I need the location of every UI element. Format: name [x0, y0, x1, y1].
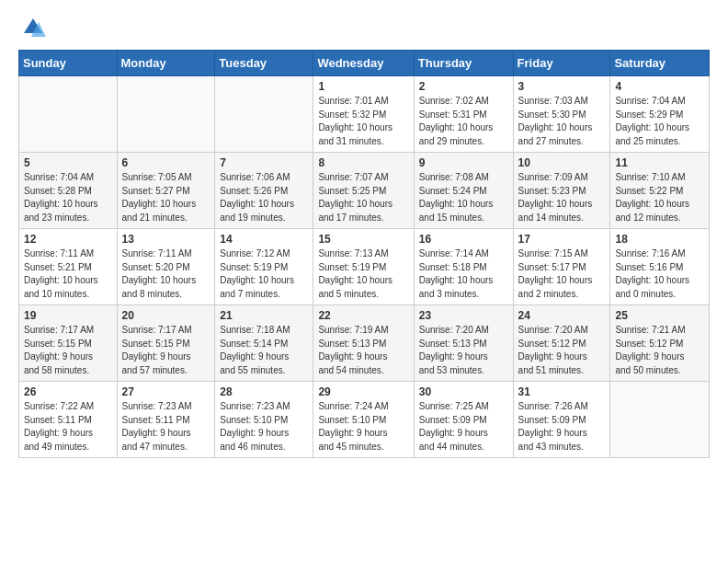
day-info: Sunrise: 7:01 AM Sunset: 5:32 PM Dayligh…	[318, 95, 408, 148]
day-info: Sunrise: 7:25 AM Sunset: 5:09 PM Dayligh…	[419, 400, 508, 454]
week-row-3: 19Sunrise: 7:17 AM Sunset: 5:15 PM Dayli…	[19, 305, 710, 382]
calendar-cell	[215, 76, 313, 153]
week-row-0: 1Sunrise: 7:01 AM Sunset: 5:32 PM Daylig…	[19, 76, 710, 153]
calendar-cell: 8Sunrise: 7:07 AM Sunset: 5:25 PM Daylig…	[313, 153, 414, 229]
calendar-cell: 21Sunrise: 7:18 AM Sunset: 5:14 PM Dayli…	[215, 305, 313, 382]
day-info: Sunrise: 7:26 AM Sunset: 5:09 PM Dayligh…	[518, 400, 606, 454]
week-row-4: 26Sunrise: 7:22 AM Sunset: 5:11 PM Dayli…	[19, 382, 710, 458]
calendar-cell: 12Sunrise: 7:11 AM Sunset: 5:21 PM Dayli…	[19, 229, 118, 305]
calendar-table: SundayMondayTuesdayWednesdayThursdayFrid…	[18, 50, 710, 458]
calendar-cell: 2Sunrise: 7:02 AM Sunset: 5:31 PM Daylig…	[414, 76, 513, 153]
calendar-cell: 10Sunrise: 7:09 AM Sunset: 5:23 PM Dayli…	[513, 153, 610, 229]
day-number: 29	[318, 385, 408, 398]
day-info: Sunrise: 7:04 AM Sunset: 5:29 PM Dayligh…	[615, 95, 704, 148]
calendar-cell: 20Sunrise: 7:17 AM Sunset: 5:15 PM Dayli…	[117, 305, 215, 382]
day-info: Sunrise: 7:19 AM Sunset: 5:13 PM Dayligh…	[318, 324, 408, 377]
day-info: Sunrise: 7:06 AM Sunset: 5:26 PM Dayligh…	[220, 171, 308, 224]
day-number: 30	[419, 385, 508, 398]
day-info: Sunrise: 7:22 AM Sunset: 5:11 PM Dayligh…	[24, 400, 112, 454]
day-number: 18	[615, 233, 704, 246]
calendar-cell: 30Sunrise: 7:25 AM Sunset: 5:09 PM Dayli…	[414, 382, 513, 458]
day-info: Sunrise: 7:15 AM Sunset: 5:17 PM Dayligh…	[518, 247, 606, 301]
calendar-cell: 6Sunrise: 7:05 AM Sunset: 5:27 PM Daylig…	[117, 153, 215, 229]
day-info: Sunrise: 7:11 AM Sunset: 5:21 PM Dayligh…	[24, 247, 112, 301]
calendar-cell: 16Sunrise: 7:14 AM Sunset: 5:18 PM Dayli…	[414, 229, 513, 305]
day-number: 5	[24, 156, 112, 169]
day-info: Sunrise: 7:18 AM Sunset: 5:14 PM Dayligh…	[220, 324, 308, 377]
day-number: 6	[122, 156, 210, 169]
day-number: 27	[122, 385, 210, 398]
logo	[18, 15, 46, 40]
day-info: Sunrise: 7:23 AM Sunset: 5:10 PM Dayligh…	[220, 400, 308, 454]
day-info: Sunrise: 7:16 AM Sunset: 5:16 PM Dayligh…	[615, 247, 704, 301]
calendar-header-row: SundayMondayTuesdayWednesdayThursdayFrid…	[19, 51, 710, 76]
day-info: Sunrise: 7:17 AM Sunset: 5:15 PM Dayligh…	[24, 324, 112, 377]
day-info: Sunrise: 7:20 AM Sunset: 5:13 PM Dayligh…	[419, 324, 508, 377]
calendar-cell: 15Sunrise: 7:13 AM Sunset: 5:19 PM Dayli…	[313, 229, 414, 305]
header-saturday: Saturday	[610, 51, 710, 76]
calendar-cell: 14Sunrise: 7:12 AM Sunset: 5:19 PM Dayli…	[215, 229, 313, 305]
calendar-cell	[19, 76, 118, 153]
day-number: 8	[318, 156, 408, 169]
calendar-cell: 25Sunrise: 7:21 AM Sunset: 5:12 PM Dayli…	[610, 305, 710, 382]
header-sunday: Sunday	[19, 51, 118, 76]
day-info: Sunrise: 7:10 AM Sunset: 5:22 PM Dayligh…	[615, 171, 704, 224]
day-number: 23	[419, 309, 508, 322]
day-info: Sunrise: 7:21 AM Sunset: 5:12 PM Dayligh…	[615, 324, 704, 377]
day-number: 31	[518, 385, 606, 398]
week-row-1: 5Sunrise: 7:04 AM Sunset: 5:28 PM Daylig…	[19, 153, 710, 229]
logo-icon	[20, 15, 46, 40]
day-number: 17	[518, 233, 606, 246]
calendar-cell: 23Sunrise: 7:20 AM Sunset: 5:13 PM Dayli…	[414, 305, 513, 382]
header-friday: Friday	[513, 51, 610, 76]
day-number: 28	[220, 385, 308, 398]
day-number: 25	[615, 309, 704, 322]
calendar-cell: 26Sunrise: 7:22 AM Sunset: 5:11 PM Dayli…	[19, 382, 118, 458]
day-number: 10	[518, 156, 606, 169]
day-number: 19	[24, 309, 112, 322]
day-number: 11	[615, 156, 704, 169]
day-info: Sunrise: 7:12 AM Sunset: 5:19 PM Dayligh…	[220, 247, 308, 301]
calendar-cell: 24Sunrise: 7:20 AM Sunset: 5:12 PM Dayli…	[513, 305, 610, 382]
calendar-cell: 22Sunrise: 7:19 AM Sunset: 5:13 PM Dayli…	[313, 305, 414, 382]
logo-text-block	[18, 15, 46, 40]
calendar-cell	[117, 76, 215, 153]
day-number: 3	[518, 80, 606, 93]
header-monday: Monday	[117, 51, 215, 76]
day-number: 15	[318, 233, 408, 246]
day-number: 26	[24, 385, 112, 398]
day-info: Sunrise: 7:05 AM Sunset: 5:27 PM Dayligh…	[122, 171, 210, 224]
day-info: Sunrise: 7:11 AM Sunset: 5:20 PM Dayligh…	[122, 247, 210, 301]
day-number: 20	[122, 309, 210, 322]
page: SundayMondayTuesdayWednesdayThursdayFrid…	[0, 0, 728, 563]
day-number: 22	[318, 309, 408, 322]
calendar-cell: 13Sunrise: 7:11 AM Sunset: 5:20 PM Dayli…	[117, 229, 215, 305]
day-number: 12	[24, 233, 112, 246]
day-info: Sunrise: 7:20 AM Sunset: 5:12 PM Dayligh…	[518, 324, 606, 377]
day-info: Sunrise: 7:04 AM Sunset: 5:28 PM Dayligh…	[24, 171, 112, 224]
day-number: 7	[220, 156, 308, 169]
day-info: Sunrise: 7:09 AM Sunset: 5:23 PM Dayligh…	[518, 171, 606, 224]
day-info: Sunrise: 7:23 AM Sunset: 5:11 PM Dayligh…	[122, 400, 210, 454]
day-info: Sunrise: 7:13 AM Sunset: 5:19 PM Dayligh…	[318, 247, 408, 301]
calendar-cell: 28Sunrise: 7:23 AM Sunset: 5:10 PM Dayli…	[215, 382, 313, 458]
day-info: Sunrise: 7:08 AM Sunset: 5:24 PM Dayligh…	[419, 171, 508, 224]
day-number: 16	[419, 233, 508, 246]
day-info: Sunrise: 7:24 AM Sunset: 5:10 PM Dayligh…	[318, 400, 408, 454]
week-row-2: 12Sunrise: 7:11 AM Sunset: 5:21 PM Dayli…	[19, 229, 710, 305]
day-number: 13	[122, 233, 210, 246]
day-number: 2	[419, 80, 508, 93]
calendar-cell: 17Sunrise: 7:15 AM Sunset: 5:17 PM Dayli…	[513, 229, 610, 305]
header	[18, 15, 710, 40]
day-info: Sunrise: 7:03 AM Sunset: 5:30 PM Dayligh…	[518, 95, 606, 148]
calendar-cell: 1Sunrise: 7:01 AM Sunset: 5:32 PM Daylig…	[313, 76, 414, 153]
calendar-cell: 18Sunrise: 7:16 AM Sunset: 5:16 PM Dayli…	[610, 229, 710, 305]
day-number: 9	[419, 156, 508, 169]
day-number: 1	[318, 80, 408, 93]
calendar-cell: 19Sunrise: 7:17 AM Sunset: 5:15 PM Dayli…	[19, 305, 118, 382]
calendar-cell: 3Sunrise: 7:03 AM Sunset: 5:30 PM Daylig…	[513, 76, 610, 153]
day-info: Sunrise: 7:14 AM Sunset: 5:18 PM Dayligh…	[419, 247, 508, 301]
header-wednesday: Wednesday	[313, 51, 414, 76]
header-tuesday: Tuesday	[215, 51, 313, 76]
calendar-cell: 31Sunrise: 7:26 AM Sunset: 5:09 PM Dayli…	[513, 382, 610, 458]
